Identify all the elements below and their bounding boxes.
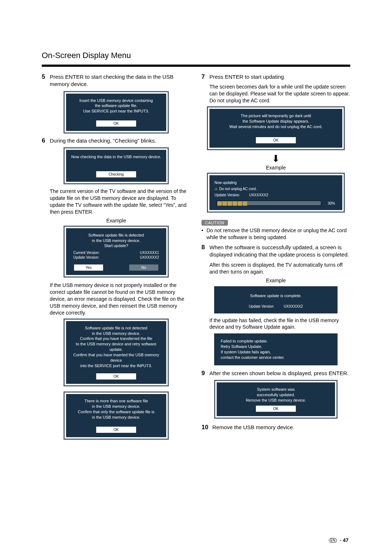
page-sep: - [340,537,342,543]
panel-not-detected: Software update ﬁle is not detected in t… [66,321,166,384]
step-5-text: Press ENTER to start checking the data i… [50,73,191,88]
update-version-value: UXXXXXX2 [140,255,159,259]
step-7-text: Press ENTER to start updating. [209,73,285,81]
panel-checking: Now checking the data in the USB memory … [66,150,166,182]
update-version-label: Update Version: [73,255,99,259]
current-version-value: UXXXXXX1 [140,251,159,255]
panel-not-detected-msg: Software update ﬁle is not detected in t… [71,325,161,369]
example-label: Example [201,278,350,283]
panel-multiple-files-msg: There is more than one software ﬁle in t… [71,398,161,420]
page-lang: EN [329,538,337,543]
example-label: Example [201,165,350,171]
example-label: Example [42,218,191,223]
step-7-sub: The screen becomes dark for a while unti… [209,83,350,104]
ok-button[interactable]: OK [96,373,136,379]
panel-update-complete: Software update is complete. Update Vers… [214,286,338,313]
panel-success-msg: System software was successfully updated… [222,387,330,403]
step-9-number: 9 [201,370,209,377]
ok-button[interactable]: OK [96,120,136,127]
step-8-text: When the software is successfully update… [209,244,350,259]
fail-line-4: contact the customer service center. [221,355,331,360]
panel-checking-msg: Now checking the data in the USB memory … [71,154,161,160]
update-version-value: UXXXXXX2 [249,193,268,197]
panel-update-failed: Failed to complete update. Retry Softwar… [214,333,338,365]
step-8-number: 8 [201,244,209,259]
step-8-sub: After this screen is displayed, the TV a… [209,262,350,275]
step-7-number: 7 [201,73,209,81]
do-not-unplug-line: Do not unplug AC cord. [215,187,257,191]
panel-update-complete-msg: Software update is complete. [219,294,332,298]
step-6-text: During the data checking, “Checking” bli… [50,137,156,144]
step-6-desc2: If the USB memory device is not properly… [50,282,191,316]
step-10-text: Remove the USB memory device. [212,424,294,431]
step-9-text: After the screen shown below is displaye… [209,370,349,377]
yes-button[interactable]: Yes [74,264,103,271]
page-number: EN - 47 [329,537,348,543]
panel-insert-usb-msg: Insert the USB memory device containing … [71,98,161,114]
progress-bar [217,201,321,206]
right-column: 7 Press ENTER to start updating. The scr… [201,73,350,443]
page-title: On-Screen Display Menu [42,51,350,60]
fail-line-3: If system Update fails again, [221,349,331,355]
header-divider [42,65,350,67]
page-value: 47 [343,537,348,543]
no-button[interactable]: No [129,264,158,271]
ok-button[interactable]: OK [256,137,296,143]
bullet-dot: • [201,227,207,241]
down-arrow-icon: ⬇ [201,154,350,163]
step-10-number: 10 [201,424,212,431]
fail-line-1: Failed to complete update. [221,338,331,344]
checking-button: Checking [96,171,136,177]
panel-multiple-files: There is more than one software ﬁle in t… [66,394,166,437]
panel-go-dark: The picture will temporarily go dark unt… [209,109,342,148]
ok-button[interactable]: OK [96,427,136,433]
panel-insert-usb: Insert the USB memory device containing … [66,94,166,131]
step-5-number: 5 [42,73,50,88]
step-6-number: 6 [42,137,50,144]
panel-now-updating: Now updating Do not unplug AC cord. Upda… [209,175,342,210]
caution-badge: CAUTION [201,220,228,226]
progress-percent: 30% [325,201,335,205]
update-version-label: Update Version [249,304,273,308]
now-updating-line: Now updating [215,181,337,185]
panel-success: System software was successfully updated… [217,382,335,416]
ok-button[interactable]: OK [256,406,296,412]
update-version-label: Update Version [215,193,239,197]
caution-text: Do not remove the USB memory device or u… [207,227,350,241]
step-6-desc1: The current version of the TV software a… [50,188,191,216]
update-version-value: UXXXXXX2 [284,304,303,308]
fail-line-2: Retry Software Update. [221,344,331,349]
panel-version-detected: Software update ﬁle is detected in the U… [66,228,166,275]
panel-go-dark-msg: The picture will temporarily go dark unt… [215,113,337,130]
step-8-desc2: If the update has failed, check the ﬁle … [209,317,350,331]
panel-version-msg: Software update ﬁle is detected in the U… [71,233,161,249]
left-column: 5 Press ENTER to start checking the data… [42,73,191,443]
current-version-label: Current Version: [73,251,99,255]
